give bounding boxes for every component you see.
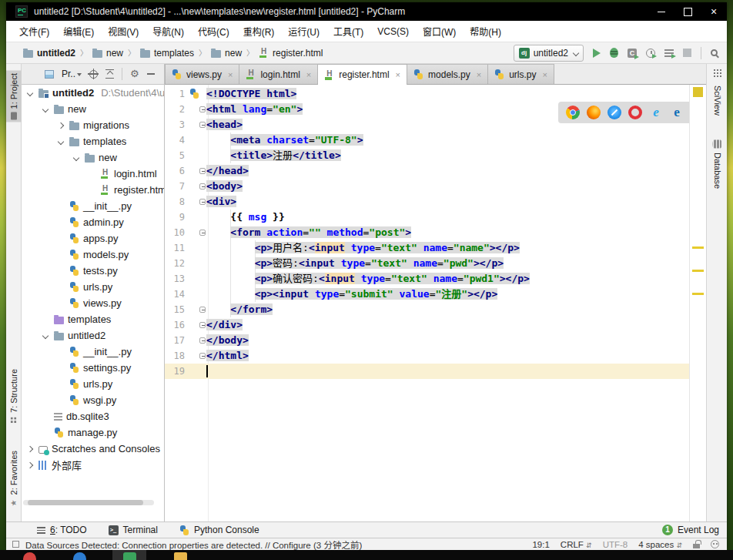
- menu-item[interactable]: 运行(U): [283, 22, 325, 40]
- code-line[interactable]: 6</head>: [165, 163, 689, 179]
- tool-strip-item-database[interactable]: Database: [707, 139, 728, 193]
- breadcrumb-item[interactable]: new: [211, 48, 242, 59]
- project-view-dropdown[interactable]: Pr..: [62, 69, 82, 79]
- tree-row-__init__-py[interactable]: __init__.py: [22, 198, 164, 214]
- fold-marker-icon[interactable]: [199, 307, 206, 313]
- code-line[interactable]: 5<title>注册</title>: [165, 148, 689, 163]
- caret-position[interactable]: 19:1: [532, 540, 549, 549]
- code-line[interactable]: 18</html>: [165, 348, 689, 364]
- debug-icon[interactable]: [610, 48, 618, 58]
- menu-item[interactable]: 文件(F): [14, 22, 55, 40]
- tab-login-html[interactable]: login.html×: [239, 64, 318, 84]
- tab-urls-py[interactable]: urls.py×: [488, 64, 554, 84]
- tree-row-views-py[interactable]: views.py: [22, 295, 164, 311]
- search-icon[interactable]: [711, 49, 718, 56]
- gear-icon[interactable]: ⚙: [130, 69, 139, 79]
- menu-item[interactable]: VCS(S): [372, 24, 414, 39]
- taskbar-app-icon[interactable]: [23, 552, 36, 560]
- minimize-button[interactable]: [648, 2, 674, 21]
- code-line[interactable]: 16</div>: [165, 317, 689, 333]
- maximize-button[interactable]: [674, 2, 701, 21]
- tab-list-icon[interactable]: [713, 69, 721, 77]
- stop-icon[interactable]: [683, 49, 691, 57]
- tree-row-new[interactable]: new: [22, 101, 164, 117]
- tree-row-__init__-py[interactable]: __init__.py: [22, 344, 164, 360]
- fold-marker-icon[interactable]: [199, 322, 206, 328]
- close-tab-icon[interactable]: ×: [543, 70, 547, 79]
- line-ending-select[interactable]: CRLF ⇵: [561, 540, 592, 549]
- code-line[interactable]: 7<body>: [165, 179, 689, 194]
- code-line[interactable]: 1<!DOCTYPE html>: [165, 86, 689, 102]
- tree-row-manage-py[interactable]: manage.py: [22, 424, 164, 441]
- tab-models-py[interactable]: models.py×: [407, 64, 488, 84]
- menu-item[interactable]: 代码(C): [192, 22, 235, 40]
- close-tab-icon[interactable]: ×: [396, 70, 400, 79]
- code-line[interactable]: 12<p>密码:<input type="text" name="pwd"></…: [165, 256, 689, 271]
- tool-window-button-6-todo[interactable]: 6: TODO: [37, 525, 87, 535]
- warning-mark[interactable]: [692, 246, 704, 249]
- menu-item[interactable]: 导航(N): [147, 22, 189, 40]
- tree-row-apps-py[interactable]: apps.py: [22, 230, 164, 246]
- tree-row-new[interactable]: new: [22, 149, 164, 166]
- encoding-select[interactable]: UTF-8: [603, 540, 628, 549]
- code-line[interactable]: 19: [165, 364, 689, 379]
- code-line[interactable]: 17</body>: [165, 333, 689, 348]
- tree-row-db-sqlite3[interactable]: db.sqlite3: [22, 408, 164, 424]
- close-tab-icon[interactable]: ×: [306, 70, 311, 79]
- tree-row-admin-py[interactable]: admin.py: [22, 214, 164, 230]
- menu-item[interactable]: 窗口(W): [417, 22, 461, 40]
- tree-row-untitled2[interactable]: untitled2: [22, 327, 164, 344]
- breadcrumb-item[interactable]: new: [92, 48, 123, 59]
- tab-views-py[interactable]: views.py×: [165, 64, 239, 84]
- tree-row-settings-py[interactable]: settings.py: [22, 360, 164, 376]
- menu-item[interactable]: 工具(T): [328, 22, 369, 40]
- tree-row-wsgi-py[interactable]: wsgi.py: [22, 392, 164, 408]
- fold-marker-icon[interactable]: [199, 199, 206, 205]
- chevron-down-icon[interactable]: [55, 139, 65, 144]
- code-line[interactable]: 14<p><input type="submit" value="注册"></p…: [165, 287, 689, 302]
- tree-row-migrations[interactable]: migrations: [22, 117, 164, 133]
- chevron-right-icon[interactable]: [55, 123, 65, 128]
- tree-row--[interactable]: 外部库: [22, 457, 164, 473]
- scrollbar-thumb[interactable]: [28, 500, 143, 505]
- coverage-icon[interactable]: C: [628, 49, 637, 58]
- error-stripe[interactable]: [689, 85, 706, 521]
- breadcrumb-item[interactable]: templates: [140, 48, 194, 59]
- firefox-icon[interactable]: [587, 106, 601, 119]
- tree-row-tests-py[interactable]: tests.py: [22, 263, 164, 279]
- django-template-icon[interactable]: [189, 89, 199, 99]
- fold-marker-icon[interactable]: [199, 230, 206, 236]
- tool-strip-item-1-project[interactable]: 1: Project: [6, 70, 22, 122]
- horizontal-scrollbar[interactable]: [23, 500, 154, 505]
- safari-icon[interactable]: [607, 106, 621, 119]
- chevron-down-icon[interactable]: [40, 334, 50, 338]
- code-editor[interactable]: 1<!DOCTYPE html>2<html lang="en">3<head>…: [165, 85, 689, 521]
- tree-row-untitled2[interactable]: untitled2D:\Student\4\untitled2: [22, 85, 164, 101]
- taskbar-app-icon[interactable]: [123, 552, 136, 560]
- ie-icon[interactable]: e: [649, 106, 663, 119]
- collapse-all-icon[interactable]: [105, 69, 114, 79]
- fold-marker-icon[interactable]: [199, 106, 206, 112]
- close-tab-icon[interactable]: ×: [228, 70, 233, 79]
- tree-row-login-html[interactable]: login.html: [22, 166, 164, 182]
- tree-row-templates[interactable]: templates: [22, 311, 164, 327]
- highlighting-level-icon[interactable]: [711, 540, 719, 548]
- tool-window-button-terminal[interactable]: >_Terminal: [109, 525, 158, 535]
- fold-marker-icon[interactable]: [199, 183, 206, 189]
- chevron-right-icon[interactable]: [25, 463, 35, 468]
- menu-item[interactable]: 视图(V): [102, 22, 144, 40]
- chevron-down-icon[interactable]: [40, 107, 50, 112]
- tool-strip-item-7-structure[interactable]: 7: Structure: [6, 366, 22, 427]
- tree-row-urls-py[interactable]: urls.py: [22, 279, 164, 295]
- run-config-select[interactable]: dj untitled2: [514, 45, 584, 62]
- opera-icon[interactable]: [628, 106, 642, 119]
- chevron-down-icon[interactable]: [71, 156, 81, 160]
- taskbar-app-icon[interactable]: [73, 552, 86, 560]
- run-icon[interactable]: [593, 49, 601, 58]
- close-tab-icon[interactable]: ×: [477, 70, 481, 79]
- locate-file-icon[interactable]: [89, 70, 98, 79]
- tree-row-urls-py[interactable]: urls.py: [22, 376, 164, 392]
- tree-row-register-html[interactable]: register.html: [22, 182, 164, 198]
- breadcrumb-item[interactable]: untitled2: [23, 48, 75, 59]
- hide-panel-icon[interactable]: [147, 73, 155, 75]
